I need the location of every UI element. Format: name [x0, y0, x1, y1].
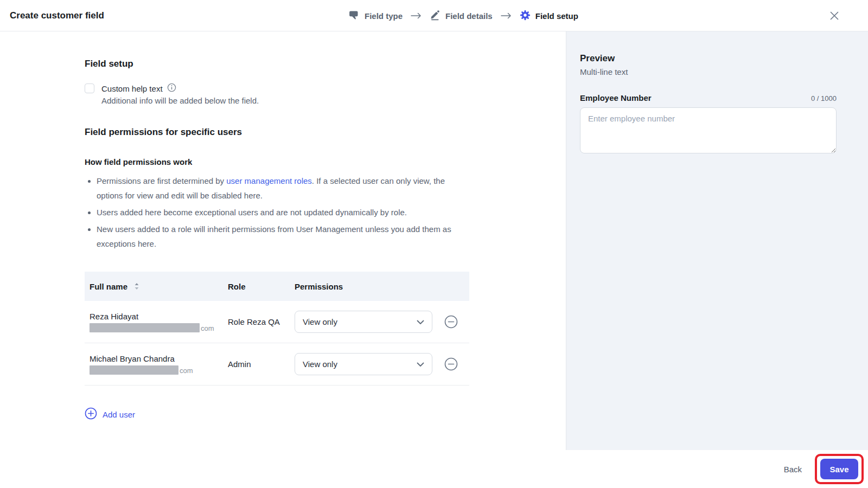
- pencil-icon: [430, 10, 441, 22]
- add-user-button[interactable]: Add user: [85, 407, 135, 421]
- how-permissions-work-heading: How field permissions work: [85, 157, 471, 166]
- field-permissions-heading: Field permissions for specific users: [85, 127, 471, 138]
- list-item: Permissions are first determined by user…: [97, 174, 471, 203]
- preview-field-label: Employee Number: [580, 93, 652, 102]
- permission-select[interactable]: View only: [295, 353, 432, 375]
- character-counter: 0 / 1000: [811, 94, 837, 102]
- chevron-down-icon: [417, 359, 424, 369]
- arrow-right-icon: [501, 12, 512, 19]
- list-item: Users added here become exceptional user…: [97, 205, 471, 220]
- sort-arrows-icon[interactable]: [134, 282, 139, 290]
- custom-help-text-label: Custom help text: [101, 84, 163, 93]
- step-label: Field type: [365, 11, 403, 21]
- custom-help-text-checkbox[interactable]: [85, 84, 94, 93]
- permissions-table: Full name Role Permissions Reza Hidayat …: [85, 272, 469, 386]
- table-header-row: Full name Role Permissions: [85, 272, 469, 301]
- user-full-name: Reza Hidayat: [90, 312, 214, 321]
- chat-bubble-icon: [349, 10, 360, 22]
- preview-field-type: Multi-line text: [580, 67, 837, 76]
- page-title: Create customer field: [10, 0, 104, 31]
- user-role: Admin: [228, 359, 295, 369]
- step-field-setup[interactable]: Field setup: [520, 10, 578, 22]
- column-header-permissions: Permissions: [295, 282, 432, 291]
- user-management-roles-link[interactable]: user management roles: [226, 176, 312, 185]
- preview-panel: Preview Multi-line text Employee Number …: [566, 31, 868, 450]
- user-role: Role Reza QA: [228, 317, 295, 326]
- preview-textarea[interactable]: [580, 107, 837, 153]
- redaction-bar: [90, 365, 178, 375]
- step-label: Field details: [445, 11, 493, 21]
- annotation-highlight: Save: [815, 454, 864, 484]
- custom-help-text-description: Additional info will be added below the …: [101, 96, 471, 105]
- save-button[interactable]: Save: [820, 459, 858, 479]
- preview-heading: Preview: [580, 53, 837, 64]
- modal-footer: Back Save: [0, 450, 868, 488]
- column-header-role: Role: [228, 282, 295, 291]
- user-email-redacted: com: [90, 323, 214, 332]
- gear-icon: [520, 10, 531, 22]
- permissions-info-list: Permissions are first determined by user…: [85, 174, 471, 251]
- plus-circle-icon: [85, 407, 97, 421]
- add-user-label: Add user: [103, 410, 135, 419]
- arrow-right-icon: [411, 12, 422, 19]
- user-email-redacted: com: [90, 365, 193, 375]
- user-full-name: Michael Bryan Chandra: [90, 354, 193, 363]
- step-label: Field setup: [535, 11, 578, 21]
- list-item: New users added to a role will inherit p…: [97, 222, 471, 251]
- info-icon[interactable]: [167, 83, 176, 94]
- table-row: Michael Bryan Chandra com Admin View onl…: [85, 343, 469, 386]
- wizard-stepper: Field type Field details: [349, 0, 578, 31]
- permission-select[interactable]: View only: [295, 311, 432, 333]
- table-row: Reza Hidayat com Role Reza QA View only: [85, 301, 469, 343]
- field-setup-heading: Field setup: [85, 59, 471, 69]
- redaction-bar: [90, 323, 200, 332]
- minus-circle-icon[interactable]: [444, 315, 458, 329]
- main-panel: Field setup Custom help text Additional …: [0, 31, 566, 450]
- close-icon[interactable]: [829, 10, 840, 21]
- modal-header: Create customer field Field type Field d…: [0, 0, 868, 31]
- column-header-full-name: Full name: [90, 282, 127, 291]
- chevron-down-icon: [417, 317, 424, 326]
- back-button[interactable]: Back: [784, 465, 802, 474]
- step-field-type[interactable]: Field type: [349, 10, 403, 22]
- minus-circle-icon[interactable]: [444, 357, 458, 371]
- step-field-details[interactable]: Field details: [430, 10, 493, 22]
